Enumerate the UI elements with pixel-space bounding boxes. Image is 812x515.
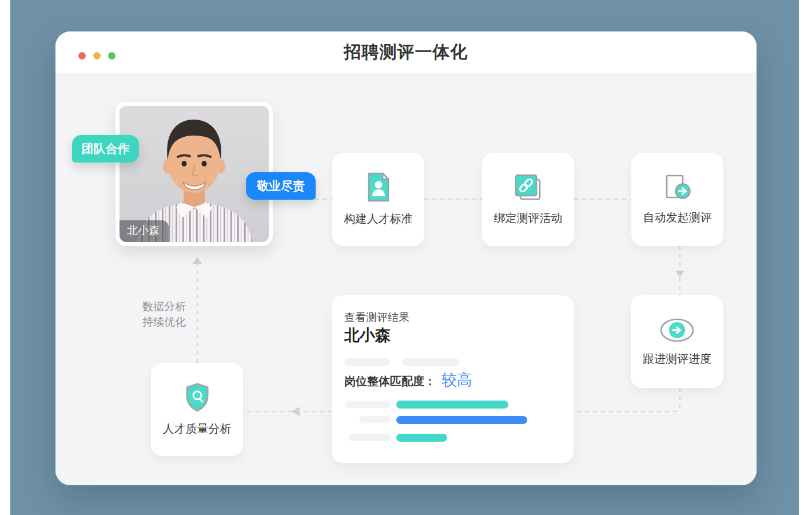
flow-canvas: 北小森 团队合作 敬业尽责 构建人才标准 <box>55 73 757 485</box>
doc-send-icon <box>663 173 692 202</box>
flow-note: 数据分析 持续优化 <box>142 299 186 330</box>
progress-arrow-icon <box>659 317 695 343</box>
score-bar <box>396 401 508 409</box>
score-bar <box>396 434 447 442</box>
flow-note-line2: 持续优化 <box>142 314 186 330</box>
step-card-quality-analysis: 人才质量分析 <box>151 363 243 456</box>
step-card-auto-launch: 自动发起测评 <box>631 153 723 246</box>
step-label: 自动发起测评 <box>643 210 712 225</box>
step-label: 构建人才标准 <box>344 211 413 227</box>
shield-search-icon <box>184 382 211 413</box>
assessment-result-card: 查看测评结果 北小森 岗位整体匹配度： 较高 <box>332 295 574 463</box>
placeholder-pill <box>344 358 390 366</box>
result-subtitle: 查看测评结果 <box>344 310 409 325</box>
placeholder-pill <box>349 434 391 441</box>
match-label: 岗位整体匹配度： <box>344 374 436 389</box>
step-label: 绑定测评活动 <box>494 211 563 226</box>
arrow-down-icon <box>675 271 684 278</box>
step-card-follow-progress: 跟进测评进度 <box>631 295 723 388</box>
arrow-left-icon <box>291 407 300 416</box>
trait-badge-dedication: 敬业尽责 <box>246 172 316 200</box>
placeholder-pill <box>402 358 459 366</box>
candidate-photo: 北小森 <box>120 106 269 242</box>
step-label: 跟进测评进度 <box>643 351 711 367</box>
match-row: 岗位整体匹配度： 较高 <box>344 370 472 390</box>
trait-badge-teamwork: 团队合作 <box>72 135 139 163</box>
match-value: 较高 <box>441 370 472 390</box>
score-bar <box>396 416 527 424</box>
close-button[interactable] <box>78 52 86 60</box>
result-candidate-name: 北小森 <box>344 325 391 346</box>
step-card-bind-assessment: 绑定测评活动 <box>482 153 574 246</box>
placeholder-pill <box>345 401 391 408</box>
link-cards-icon <box>514 173 543 203</box>
zoom-button[interactable] <box>108 52 116 60</box>
window-titlebar: 招聘测评一体化 <box>55 31 757 73</box>
placeholder-pill <box>359 416 391 423</box>
step-label: 人才质量分析 <box>163 421 232 437</box>
arrow-up-icon <box>193 257 202 264</box>
step-card-build-standard: 构建人才标准 <box>332 153 424 246</box>
window-controls <box>78 52 116 60</box>
minimize-button[interactable] <box>93 52 101 60</box>
flow-note-line1: 数据分析 <box>142 299 186 314</box>
doc-person-icon <box>366 172 391 203</box>
candidate-name-tag: 北小森 <box>120 220 169 242</box>
app-window: 招聘测评一体化 <box>55 31 757 485</box>
window-title: 招聘测评一体化 <box>344 41 468 64</box>
